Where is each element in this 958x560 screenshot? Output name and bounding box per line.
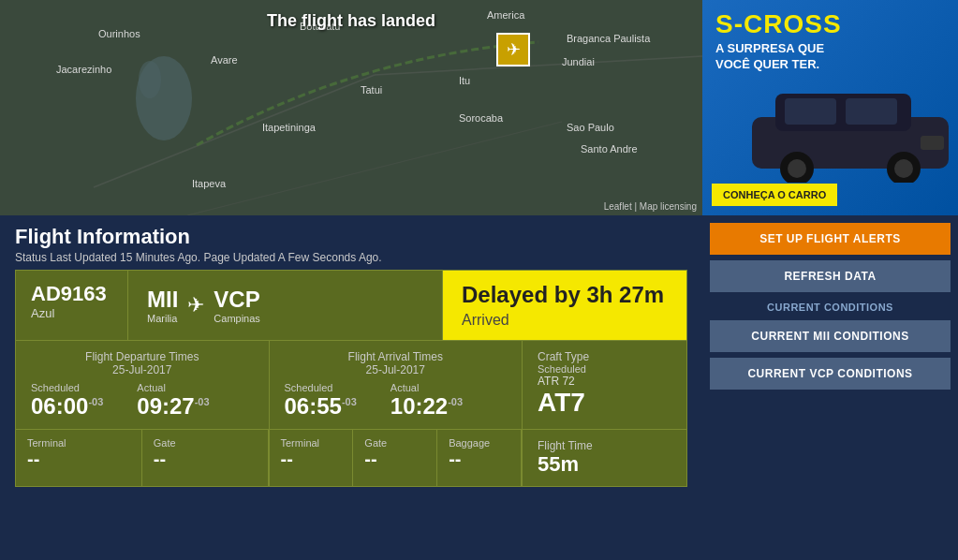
current-conditions-label: CURRENT CONDITIONS (710, 298, 951, 315)
craft-actual-code: AT7 (538, 388, 671, 418)
dep-scheduled-time: 06:00-03 (31, 393, 103, 420)
arr-actual-label: Actual (391, 382, 463, 393)
dep-gate-label: Gate (154, 437, 257, 449)
dep-actual-time: 09:27-03 (137, 393, 209, 420)
origin-code: MII (147, 287, 178, 313)
plane-icon: ✈ (496, 33, 530, 66)
arr-baggage-value: -- (449, 449, 509, 470)
craft-label: Craft Type (538, 350, 671, 363)
route-arrow: ✈ (187, 293, 204, 317)
departure-section-label: Flight Departure Times (31, 350, 254, 363)
dep-terminal-value: -- (27, 449, 130, 470)
airline-name: Azul (31, 306, 112, 320)
svg-rect-15 (921, 136, 944, 150)
arr-gate-cell: Gate -- (353, 430, 437, 486)
arr-terminal-label: Terminal (281, 437, 342, 449)
dep-terminal-block: Terminal -- Gate -- (16, 430, 270, 486)
city-itu: Itu (459, 75, 470, 86)
map-container: Ourinhos Jacarezinho Avare Tatui Itapeti… (0, 0, 702, 215)
city-itapeva: Itapeva (192, 178, 226, 189)
svg-point-14 (894, 159, 913, 178)
arr-baggage-cell: Baggage -- (437, 430, 522, 486)
dep-actual-label: Actual (137, 382, 209, 393)
dep-terminal-label: Terminal (27, 437, 130, 449)
flight-status-text: Status Last Updated 15 Minutes Ago. Page… (15, 251, 687, 264)
dep-gate-value: -- (154, 449, 257, 470)
svg-rect-9 (785, 98, 836, 125)
delay-block: Delayed by 3h 27m Arrived (443, 271, 686, 340)
svg-rect-10 (846, 98, 897, 125)
craft-scheduled-label: Scheduled (538, 363, 671, 375)
mii-conditions-button[interactable]: CURRENT MII CONDITIONS (710, 320, 951, 352)
arrival-date: 25-Jul-2017 (285, 363, 508, 376)
arr-baggage-label: Baggage (449, 437, 509, 449)
city-america: America (487, 9, 524, 21)
vcp-conditions-button[interactable]: CURRENT VCP CONDITIONS (710, 358, 951, 390)
city-santo-andre: Santo Andre (581, 143, 638, 155)
arr-actual-time: 10:22-03 (391, 393, 463, 420)
route-block: MII Marilia ✈ VCP Campinas (128, 271, 443, 340)
city-braganca: Braganca Paulista (567, 33, 650, 44)
ad-cta-button[interactable]: CONHEÇA O CARRO (712, 184, 837, 206)
map-status-label: The flight has landed (267, 11, 435, 31)
map-attribution: Leaflet | Map licensing (604, 201, 697, 212)
city-sorocaba: Sorocaba (459, 112, 503, 124)
arrival-block: Flight Arrival Times 25-Jul-2017 Schedul… (270, 341, 523, 429)
arr-scheduled-time: 06:55-03 (285, 393, 357, 420)
city-ourinhos: Ourinhos (98, 28, 140, 39)
departure-date: 25-Jul-2017 (31, 363, 254, 376)
dep-gate-cell: Gate -- (142, 430, 269, 486)
destination-code: VCP (214, 287, 260, 313)
craft-block: Craft Type Scheduled ATR 72 AT7 (523, 341, 686, 429)
flight-card: AD9163 Azul MII Marilia ✈ VCP Campinas D (15, 270, 687, 487)
craft-scheduled-code: ATR 72 (538, 375, 671, 388)
flight-time-label: Flight Time (538, 439, 671, 452)
ad-brand: S-CROSS (715, 9, 945, 39)
arrival-status: Arrived (462, 312, 668, 329)
arr-gate-label: Gate (364, 437, 425, 449)
arr-terminal-block: Terminal -- Gate -- Baggage -- (270, 430, 523, 486)
delay-text: Delayed by 3h 27m (462, 282, 668, 308)
dep-scheduled-label: Scheduled (31, 382, 103, 393)
arr-terminal-cell: Terminal -- (270, 430, 354, 486)
ad-tagline: A SURPRESA QUEVOCÊ QUER TER. (715, 41, 945, 73)
origin-name: Marilia (147, 313, 178, 324)
arr-terminal-value: -- (281, 449, 342, 470)
dep-terminal-cell: Terminal -- (16, 430, 142, 486)
city-sao-paulo: Sao Paulo (567, 122, 614, 133)
city-jacarezinho: Jacarezinho (56, 64, 111, 75)
flight-number: AD9163 (31, 282, 112, 306)
svg-point-12 (788, 159, 806, 178)
arr-scheduled-label: Scheduled (285, 382, 357, 393)
arr-gate-value: -- (364, 449, 425, 470)
flight-time-block: Flight Time 55m (523, 430, 686, 486)
destination-name: Campinas (214, 313, 260, 324)
city-itapetininga: Itapetininga (262, 122, 316, 133)
flight-info-title: Flight Information (15, 225, 687, 249)
flight-id-block: AD9163 Azul (16, 271, 128, 340)
sidebar-buttons: SET UP FLIGHT ALERTS REFRESH DATA CURREN… (702, 215, 958, 397)
arrival-section-label: Flight Arrival Times (285, 350, 508, 363)
city-avare: Avare (211, 54, 238, 66)
city-tatui: Tatui (361, 84, 382, 96)
refresh-button[interactable]: REFRESH DATA (710, 260, 951, 292)
set-alerts-button[interactable]: SET UP FLIGHT ALERTS (710, 223, 951, 255)
city-jundiai: Jundiai (562, 56, 595, 67)
flight-time-value: 55m (538, 452, 671, 477)
advertisement: S-CROSS A SURPRESA QUEVOCÊ QUER TER. (702, 0, 958, 215)
departure-block: Flight Departure Times 25-Jul-2017 Sched… (16, 341, 270, 429)
